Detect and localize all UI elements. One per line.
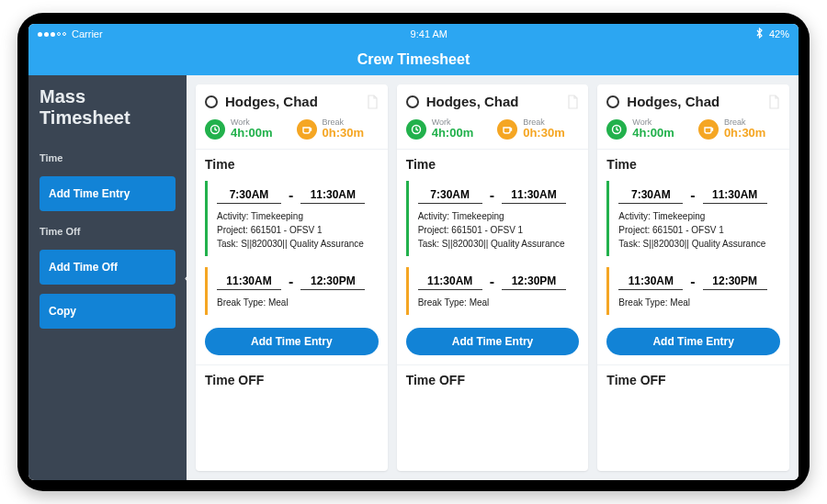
page-title: Crew Timesheet xyxy=(357,51,470,68)
status-right: 42% xyxy=(755,28,789,40)
break-end-input[interactable] xyxy=(502,273,566,290)
bluetooth-icon xyxy=(755,28,764,40)
cup-icon xyxy=(497,119,517,140)
status-left: Carrier xyxy=(38,28,103,39)
work-summary: Work 4h:00m xyxy=(205,118,273,140)
select-employee-radio[interactable] xyxy=(606,95,619,108)
employee-card: Hodges, Chad Work4h:00mBreak0h:30m Time … xyxy=(597,84,789,471)
clock-icon xyxy=(606,119,627,140)
tablet-frame: Carrier 9:41 AM 42% Crew Timesheet Mass … xyxy=(17,13,810,491)
carrier-label: Carrier xyxy=(72,28,103,39)
sidebar-section-time: Time xyxy=(40,152,176,163)
clock-icon xyxy=(406,119,426,140)
break-meta: Break Type: Meal xyxy=(217,296,371,309)
cup-icon xyxy=(297,119,317,140)
employee-name: Hodges, Chad xyxy=(426,94,560,109)
break-value: 0h:30m xyxy=(323,127,365,140)
screen: Carrier 9:41 AM 42% Crew Timesheet Mass … xyxy=(28,24,799,480)
select-employee-radio[interactable] xyxy=(205,95,218,108)
sidebar: Mass Timesheet Time Add Time Entry Time … xyxy=(28,75,187,480)
break-start-input[interactable] xyxy=(618,273,683,290)
clock-icon xyxy=(205,119,225,140)
add-time-off-button[interactable]: Add Time Off xyxy=(40,250,176,285)
sidebar-heading: Mass Timesheet xyxy=(40,86,176,129)
break-end-input[interactable] xyxy=(703,273,767,290)
cup-icon xyxy=(698,119,719,140)
card-add-time-entry-button[interactable]: Add Time Entry xyxy=(606,328,780,355)
card-header: Hodges, Chad xyxy=(196,84,388,115)
employee-name: Hodges, Chad xyxy=(627,94,760,109)
sidebar-section-timeoff: Time Off xyxy=(40,226,176,237)
summary-row: Work 4h:00m Break 0h:30m xyxy=(196,115,388,149)
employee-name: Hodges, Chad xyxy=(225,94,358,109)
card-add-time-entry-button[interactable]: Add Time Entry xyxy=(205,328,379,355)
employee-card: Hodges, Chad Work 4h:00m xyxy=(196,84,388,471)
break-start-input[interactable] xyxy=(217,273,281,290)
employee-card: Hodges, Chad Work4h:00mBreak0h:30m Time … xyxy=(397,84,589,471)
section-timeoff-title: Time OFF xyxy=(196,364,388,393)
collapse-sidebar-icon[interactable]: ‹ xyxy=(185,272,188,285)
work-end-input[interactable] xyxy=(703,186,767,204)
work-value: 4h:00m xyxy=(231,127,273,140)
break-end-input[interactable] xyxy=(300,273,365,290)
work-start-input[interactable] xyxy=(217,186,281,204)
work-entry: - Activity: Timekeeping Project: 661501 … xyxy=(205,181,379,256)
work-end-input[interactable] xyxy=(300,186,365,204)
card-add-time-entry-button[interactable]: Add Time Entry xyxy=(406,328,580,355)
work-meta: Activity: Timekeeping Project: 661501 - … xyxy=(217,209,371,251)
break-start-input[interactable] xyxy=(418,273,482,290)
status-bar: Carrier 9:41 AM 42% xyxy=(28,24,799,44)
add-time-entry-button[interactable]: Add Time Entry xyxy=(40,176,176,211)
section-time-title: Time xyxy=(196,149,388,177)
work-end-input[interactable] xyxy=(502,186,566,204)
signal-dots-icon xyxy=(38,32,66,37)
status-time: 9:41 AM xyxy=(411,28,447,39)
document-icon[interactable] xyxy=(767,95,780,109)
select-employee-radio[interactable] xyxy=(406,95,419,108)
document-icon[interactable] xyxy=(566,95,579,109)
break-entry: - Break Type: Meal xyxy=(205,267,379,315)
work-start-input[interactable] xyxy=(418,186,482,204)
document-icon[interactable] xyxy=(366,95,379,109)
app-title-bar: Crew Timesheet xyxy=(28,44,799,75)
work-start-input[interactable] xyxy=(618,186,683,204)
battery-percent: 42% xyxy=(769,28,789,39)
break-summary: Break 0h:30m xyxy=(297,118,365,140)
cards-container: Hodges, Chad Work 4h:00m xyxy=(187,75,799,480)
content-area: Mass Timesheet Time Add Time Entry Time … xyxy=(28,75,799,480)
copy-button[interactable]: Copy xyxy=(40,294,176,329)
